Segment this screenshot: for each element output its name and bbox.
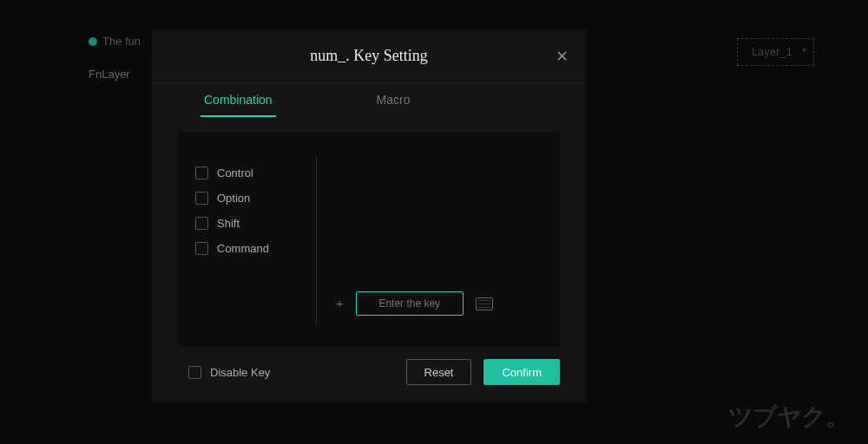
key-setting-modal: num_. Key Setting ✕ Combination Macro Co… (152, 29, 586, 402)
layer-select-value: Layer_1 (752, 46, 792, 58)
checkbox-icon (195, 166, 208, 180)
notice-text: The fun (102, 35, 141, 48)
confirm-button[interactable]: Confirm (483, 359, 560, 385)
checkbox-icon (195, 242, 208, 255)
status-dot-icon (89, 37, 97, 46)
checkbox-disable-key[interactable]: Disable Key (188, 366, 394, 379)
checkbox-icon (195, 217, 208, 230)
checkbox-option[interactable]: Option (195, 192, 316, 205)
fnlayer-label: FnLayer (89, 68, 130, 81)
checkbox-command[interactable]: Command (195, 242, 316, 255)
checkbox-icon (195, 192, 208, 205)
modal-title: num_. Key Setting (310, 47, 428, 65)
modifier-list: Control Option Shift Command (195, 156, 317, 324)
tab-combination[interactable]: Combination (204, 93, 273, 115)
key-input[interactable] (356, 291, 464, 316)
label-disable: Disable Key (210, 366, 270, 379)
close-icon[interactable]: ✕ (556, 47, 569, 66)
checkbox-icon (188, 366, 201, 379)
tabs: Combination Macro (152, 83, 586, 125)
modal-header: num_. Key Setting ✕ (152, 29, 586, 83)
tab-macro[interactable]: Macro (377, 93, 411, 115)
label-shift: Shift (217, 217, 240, 230)
label-command: Command (217, 242, 269, 255)
label-control: Control (217, 166, 253, 180)
checkbox-control[interactable]: Control (195, 166, 316, 180)
label-option: Option (217, 192, 250, 205)
modal-footer: Disable Key Reset Confirm (152, 359, 586, 402)
layer-select[interactable]: Layer_1 (737, 38, 814, 66)
plus-icon: + (336, 296, 344, 310)
bg-notice: The fun (89, 35, 141, 48)
reset-button[interactable]: Reset (406, 359, 472, 385)
combination-panel: Control Option Shift Command + (178, 132, 560, 347)
checkbox-shift[interactable]: Shift (195, 217, 316, 230)
keyboard-icon[interactable] (476, 297, 493, 310)
key-entry-area: + (317, 156, 542, 324)
watermark: ツブヤク。 (728, 401, 849, 434)
